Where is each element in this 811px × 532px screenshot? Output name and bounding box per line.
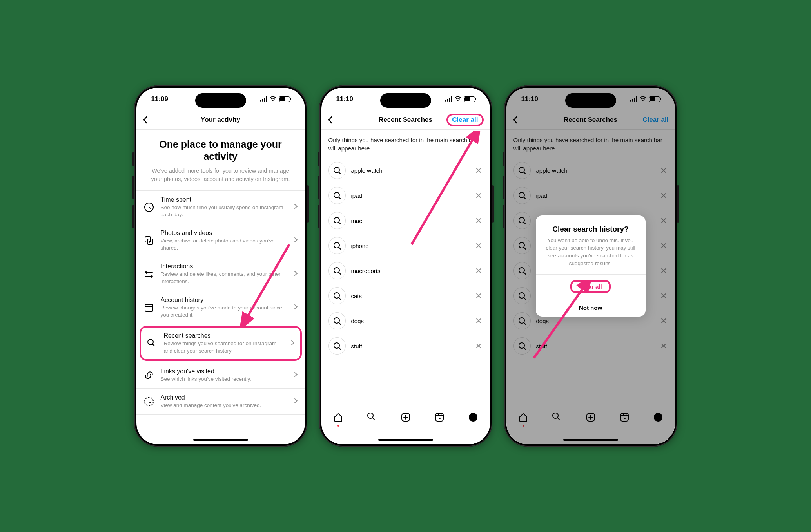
search-term: stuff <box>351 343 469 349</box>
confirm-dialog-overlay: Clear search history? You won't be able … <box>506 88 675 444</box>
row-interactions[interactable]: Interactions Review and delete likes, co… <box>136 257 305 291</box>
row-subtitle: View, archive or delete photos and video… <box>161 237 288 252</box>
remove-search-button[interactable] <box>474 266 483 275</box>
search-term: cats <box>351 293 469 299</box>
search-term: apple watch <box>351 167 469 174</box>
search-term: ipad <box>351 192 469 199</box>
row-title: Photos and videos <box>161 230 288 237</box>
search-icon <box>147 338 158 349</box>
back-button[interactable] <box>328 116 333 124</box>
confirm-dialog: Clear search history? You won't be able … <box>536 215 646 317</box>
remove-search-button[interactable] <box>474 317 483 325</box>
search-icon <box>328 237 346 254</box>
search-history-item[interactable]: stuff <box>321 333 490 358</box>
hero-subtitle: We've added more tools for you to review… <box>146 167 296 183</box>
home-indicator[interactable] <box>193 439 248 441</box>
row-title: Recent searches <box>164 332 285 339</box>
search-term: dogs <box>351 318 469 324</box>
home-indicator[interactable] <box>563 439 618 441</box>
dynamic-island <box>195 93 246 108</box>
calendar-icon <box>143 302 154 313</box>
search-history-item[interactable]: macreports <box>321 258 490 283</box>
status-time: 11:10 <box>336 95 353 103</box>
row-subtitle: View and manage content you've archived. <box>161 402 288 409</box>
swap-icon <box>143 269 154 279</box>
clock-icon <box>143 202 154 212</box>
dynamic-island <box>565 93 616 108</box>
search-history-item[interactable]: mac <box>321 208 490 233</box>
search-history-item[interactable]: dogs <box>321 308 490 333</box>
row-subtitle: Review things you've searched for on Ins… <box>164 340 285 354</box>
row-archived[interactable]: Archived View and manage content you've … <box>136 389 305 415</box>
row-subtitle: See how much time you usually spend on I… <box>161 204 288 218</box>
wifi-icon <box>454 96 461 102</box>
search-icon <box>328 337 346 355</box>
search-icon <box>328 212 346 229</box>
activity-list: Time spent See how much time you usually… <box>136 190 305 415</box>
remove-search-button[interactable] <box>474 216 483 225</box>
search-icon <box>328 162 346 179</box>
remove-search-button[interactable] <box>474 191 483 200</box>
home-indicator[interactable] <box>378 439 433 441</box>
row-account-history[interactable]: Account history Review changes you've ma… <box>136 291 305 324</box>
navbar: Your activity <box>136 110 305 130</box>
search-term: macreports <box>351 268 469 274</box>
row-time-spent[interactable]: Time spent See how much time you usually… <box>136 191 305 224</box>
search-history-item[interactable]: iphone <box>321 233 490 258</box>
battery-icon <box>279 96 290 102</box>
chevron-right-icon <box>294 271 298 278</box>
dynamic-island <box>380 93 431 108</box>
chevron-right-icon <box>294 237 298 244</box>
row-title: Archived <box>161 394 288 401</box>
hero: One place to manage your activity We've … <box>136 130 305 190</box>
row-links-visited[interactable]: Links you've visited See which links you… <box>136 362 305 389</box>
row-subtitle: Review changes you've made to your accou… <box>161 304 288 318</box>
search-history-item[interactable]: cats <box>321 283 490 308</box>
search-icon <box>328 287 346 304</box>
dialog-not-now-button[interactable]: Not now <box>536 299 646 317</box>
row-title: Interactions <box>161 263 288 270</box>
tab-reels[interactable] <box>434 412 445 424</box>
hero-title: One place to manage your activity <box>146 138 296 163</box>
link-icon <box>143 370 154 380</box>
chevron-right-icon <box>294 204 298 211</box>
row-photos-videos[interactable]: Photos and videos View, archive or delet… <box>136 224 305 257</box>
back-button[interactable] <box>143 116 148 124</box>
dialog-clear-all-button[interactable]: Clear all <box>536 274 646 299</box>
dialog-message: You won't be able to undo this. If you c… <box>544 237 638 267</box>
remove-search-button[interactable] <box>474 291 483 300</box>
row-subtitle: Review and delete likes, comments, and y… <box>161 271 288 285</box>
row-subtitle: See which links you've visited recently. <box>161 376 288 383</box>
row-title: Links you've visited <box>161 368 288 375</box>
cellular-icon <box>445 96 452 102</box>
tab-profile[interactable] <box>468 412 478 424</box>
row-title: Time spent <box>161 196 288 203</box>
chevron-right-icon <box>294 304 298 311</box>
wifi-icon <box>269 96 276 102</box>
info-note: Only things you have searched for in the… <box>321 130 490 156</box>
tab-create[interactable] <box>401 412 411 424</box>
navbar: Recent Searches Clear all <box>321 110 490 130</box>
search-icon <box>328 312 346 329</box>
remove-search-button[interactable] <box>474 241 483 250</box>
clear-all-button[interactable]: Clear all <box>446 114 483 126</box>
remove-search-button[interactable] <box>474 342 483 350</box>
search-icon <box>328 187 346 204</box>
remove-search-button[interactable] <box>474 166 483 175</box>
dialog-title: Clear search history? <box>544 225 638 233</box>
search-icon <box>328 262 346 279</box>
row-title: Account history <box>161 297 288 304</box>
phone-1: 11:09 Your activity One place to manage … <box>134 85 307 447</box>
status-time: 11:09 <box>151 95 168 103</box>
search-history-item[interactable]: apple watch <box>321 158 490 183</box>
media-icon <box>143 235 154 246</box>
row-recent-searches[interactable]: Recent searches Review things you've sea… <box>140 326 302 360</box>
search-term: iphone <box>351 242 469 249</box>
navbar-title: Your activity <box>136 116 305 124</box>
tab-search[interactable] <box>367 412 377 424</box>
tab-home[interactable] <box>333 412 343 427</box>
search-history-item[interactable]: ipad <box>321 183 490 208</box>
phone-2: 11:10 Recent Searches Clear all Only thi… <box>319 85 492 447</box>
cellular-icon <box>260 96 267 102</box>
chevron-right-icon <box>294 398 298 405</box>
